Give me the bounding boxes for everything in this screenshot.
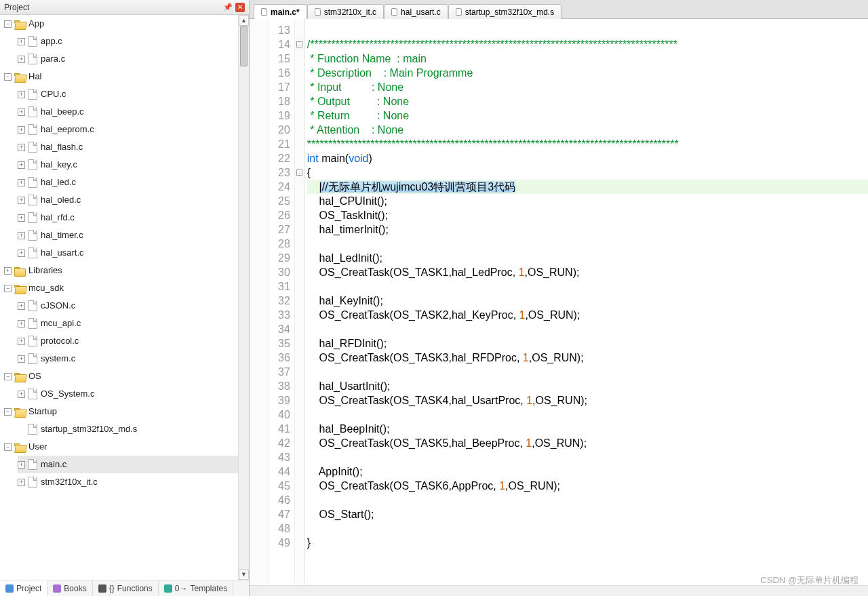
code-line[interactable]: * Input : None xyxy=(307,80,868,94)
expand-toggle-icon[interactable]: + xyxy=(18,126,25,134)
editor-tab[interactable]: hal_usart.c xyxy=(384,4,448,19)
code-line[interactable]: OS_CreatTask(OS_TASK5,hal_BeepProc, 1,OS… xyxy=(307,436,868,450)
code-line[interactable] xyxy=(307,279,868,294)
code-line[interactable] xyxy=(307,493,868,507)
code-line[interactable]: |//无际单片机wujimcu03特训营项目3代码 xyxy=(307,180,868,194)
code-line[interactable]: hal_CPUInit(); xyxy=(307,194,868,208)
horizontal-scrollbar[interactable] xyxy=(250,585,868,596)
tree-folder[interactable]: −Startup xyxy=(4,403,249,420)
code-line[interactable]: OS_CreatTask(OS_TASK3,hal_RFDProc, 1,OS_… xyxy=(307,351,868,365)
tree-file[interactable]: +hal_rfd.c xyxy=(18,209,249,226)
expand-toggle-icon[interactable]: − xyxy=(4,408,12,416)
project-tree[interactable]: −App+app.c+para.c−Hal+CPU.c+hal_beep.c+h… xyxy=(0,15,249,491)
expand-toggle-icon[interactable]: + xyxy=(18,250,25,257)
tree-file[interactable]: +CPU.c xyxy=(18,85,249,103)
tree-file[interactable]: +hal_beep.c xyxy=(18,103,249,121)
tree-file[interactable]: +protocol.c xyxy=(18,332,249,350)
code-line[interactable]: OS_CreatTask(OS_TASK2,hal_KeyProc, 1,OS_… xyxy=(307,308,868,322)
expand-toggle-icon[interactable]: − xyxy=(4,73,12,81)
tree-file[interactable]: +hal_timer.c xyxy=(18,226,249,244)
code-line[interactable]: hal_RFDInit(); xyxy=(307,336,868,351)
code-line[interactable]: { xyxy=(307,165,868,180)
tree-file[interactable]: +para.c xyxy=(18,50,249,68)
code-line[interactable]: OS_CreatTask(OS_TASK6,AppProc, 1,OS_RUN)… xyxy=(307,479,868,493)
editor-tab[interactable]: stm32f10x_it.c xyxy=(307,4,384,19)
code-line[interactable]: hal_LedInit(); xyxy=(307,251,868,265)
code-line[interactable] xyxy=(307,408,868,422)
fold-toggle-icon[interactable]: - xyxy=(296,41,302,47)
vertical-scrollbar[interactable]: ▲ ▼ xyxy=(238,15,249,580)
scroll-down-icon[interactable]: ▼ xyxy=(239,569,249,580)
expand-toggle-icon[interactable]: + xyxy=(18,338,25,345)
expand-toggle-icon[interactable]: − xyxy=(4,443,12,451)
sidebar-tab[interactable]: Project xyxy=(0,580,47,596)
editor-tab[interactable]: startup_stm32f10x_md.s xyxy=(448,4,561,19)
fold-gutter[interactable]: -- xyxy=(295,19,304,585)
expand-toggle-icon[interactable]: − xyxy=(4,285,12,292)
tree-folder[interactable]: −Hal xyxy=(4,68,249,85)
pin-icon[interactable]: 📌 xyxy=(223,3,233,12)
tree-file[interactable]: +hal_led.c xyxy=(18,174,249,191)
expand-toggle-icon[interactable]: − xyxy=(4,20,12,28)
tree-folder[interactable]: −App xyxy=(4,15,249,33)
code-line[interactable]: /***************************************… xyxy=(307,37,868,52)
code-line[interactable]: hal_KeyInit(); xyxy=(307,294,868,308)
code-line[interactable]: ****************************************… xyxy=(307,137,868,151)
expand-toggle-icon[interactable]: + xyxy=(4,267,12,275)
tree-file[interactable]: +hal_eeprom.c xyxy=(18,121,249,138)
code-line[interactable] xyxy=(307,365,868,379)
expand-toggle-icon[interactable]: + xyxy=(18,91,25,98)
sidebar-tab[interactable]: {} Functions xyxy=(93,580,159,596)
expand-toggle-icon[interactable]: − xyxy=(4,373,12,380)
expand-toggle-icon[interactable]: + xyxy=(18,232,25,239)
code-line[interactable]: hal_UsartInit(); xyxy=(307,379,868,393)
code-line[interactable]: * Output : None xyxy=(307,94,868,108)
tree-folder[interactable]: −mcu_sdk xyxy=(4,279,249,297)
code-line[interactable]: OS_CreatTask(OS_TASK4,hal_UsartProc, 1,O… xyxy=(307,393,868,408)
tree-file[interactable]: +system.c xyxy=(18,350,249,367)
tree-file[interactable]: +mcu_api.c xyxy=(18,315,249,332)
code-line[interactable]: * Function Name : main xyxy=(307,52,868,66)
tree-file[interactable]: +OS_System.c xyxy=(18,385,249,403)
scroll-thumb[interactable] xyxy=(240,26,248,66)
expand-toggle-icon[interactable]: + xyxy=(18,108,25,116)
tree-file[interactable]: +hal_usart.c xyxy=(18,244,249,262)
code-line[interactable]: * Return : None xyxy=(307,108,868,123)
tree-folder[interactable]: −OS xyxy=(4,367,249,385)
code-line[interactable] xyxy=(307,23,868,37)
code-line[interactable] xyxy=(307,521,868,536)
sidebar-tab[interactable]: 0→ Templates xyxy=(159,580,233,596)
fold-toggle-icon[interactable]: - xyxy=(296,170,302,176)
code-line[interactable]: AppInit(); xyxy=(307,464,868,479)
code-line[interactable] xyxy=(307,450,868,464)
expand-toggle-icon[interactable]: + xyxy=(18,38,25,45)
tree-folder[interactable]: −User xyxy=(4,438,249,456)
code-line[interactable]: OS_Start(); xyxy=(307,507,868,521)
tree-file[interactable]: startup_stm32f10x_md.s xyxy=(18,420,249,438)
code-line[interactable]: hal_BeepInit(); xyxy=(307,422,868,436)
expand-toggle-icon[interactable]: + xyxy=(18,461,25,469)
expand-toggle-icon[interactable]: + xyxy=(18,144,25,151)
code-line[interactable] xyxy=(307,237,868,251)
expand-toggle-icon[interactable]: + xyxy=(18,479,25,486)
expand-toggle-icon[interactable]: + xyxy=(18,355,25,363)
expand-toggle-icon[interactable]: + xyxy=(18,302,25,310)
code-line[interactable]: * Attention : None xyxy=(307,123,868,137)
code-line[interactable]: * Description : Main Programme xyxy=(307,66,868,80)
code-line[interactable]: OS_TaskInit(); xyxy=(307,208,868,222)
tree-folder[interactable]: +Libraries xyxy=(4,262,249,279)
code-line[interactable]: } xyxy=(307,536,868,550)
tree-file[interactable]: +main.c xyxy=(18,456,249,473)
expand-toggle-icon[interactable]: + xyxy=(18,197,25,204)
tree-file[interactable]: +stm32f10x_it.c xyxy=(18,473,249,491)
editor-tab[interactable]: main.c* xyxy=(254,4,307,19)
code-line[interactable]: hal_timerInit(); xyxy=(307,222,868,237)
sidebar-tab[interactable]: Books xyxy=(47,580,92,596)
expand-toggle-icon[interactable]: + xyxy=(18,161,25,169)
tree-file[interactable]: +hal_oled.c xyxy=(18,191,249,209)
close-icon[interactable]: ✕ xyxy=(235,3,245,12)
tree-file[interactable]: +cJSON.c xyxy=(18,297,249,315)
tree-file[interactable]: +hal_flash.c xyxy=(18,138,249,156)
scroll-up-icon[interactable]: ▲ xyxy=(239,15,249,26)
expand-toggle-icon[interactable]: + xyxy=(18,214,25,222)
